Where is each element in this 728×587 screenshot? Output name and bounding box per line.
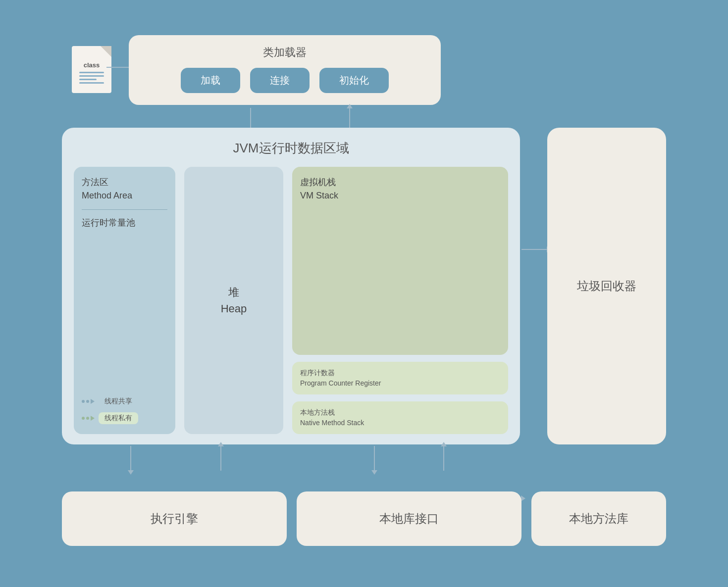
execution-engine-box: 执行引擎 (62, 491, 287, 546)
arrow-exec-to-heap (220, 446, 221, 471)
gc-title: 垃圾回收器 (577, 278, 636, 294)
class-label: class (84, 61, 100, 69)
runtime-pool-label: 运行时常量池 (82, 217, 167, 229)
class-file-shape: class (72, 46, 111, 93)
class-file-lines (79, 72, 104, 84)
arrow-native-to-nativestack (443, 446, 444, 471)
class-file-icon: class (64, 46, 119, 93)
classloader-buttons: 加载 连接 初始化 (141, 68, 429, 93)
heap-area: 堆 Heap (184, 167, 283, 434)
native-method-stack-title: 本地方法栈 Native Method Stack (300, 407, 500, 428)
dot1 (82, 400, 85, 403)
vm-stack-title: 虚拟机栈 VM Stack (300, 176, 500, 202)
right-stack: 虚拟机栈 VM Stack 程序计数器 Program Counter Regi… (292, 167, 508, 434)
arrow-jvm-to-loader (349, 108, 350, 130)
dot4 (86, 417, 89, 420)
jvm-inner: 方法区 Method Area 运行时常量池 线程共享 (74, 167, 508, 434)
native-lib-title: 本地方法库 (569, 511, 628, 527)
jvm-title: JVM运行时数据区域 (74, 140, 508, 157)
bottom-row: 执行引擎 本地库接口 本地方法库 (62, 491, 666, 546)
classloader-link-btn[interactable]: 连接 (250, 68, 310, 93)
legend-area: 线程共享 线程私有 (82, 395, 138, 424)
thread-private-dots (82, 416, 95, 421)
classloader-box: 类加载器 加载 连接 初始化 (129, 35, 441, 105)
line1 (79, 72, 104, 73)
line3 (79, 79, 97, 80)
heap-title: 堆 Heap (221, 284, 247, 317)
dot3 (82, 417, 85, 420)
method-area-title: 方法区 Method Area (82, 176, 167, 202)
thread-shared-item: 线程共享 (82, 395, 138, 407)
arrow-icon (91, 399, 95, 404)
program-counter-box: 程序计数器 Program Counter Register (292, 362, 508, 394)
arrow-vmstack-to-gc (521, 249, 547, 250)
line2 (79, 75, 104, 77)
thread-private-badge: 线程私有 (99, 412, 138, 424)
method-divider (82, 209, 167, 210)
arrow-loader-to-jvm (250, 108, 251, 130)
native-interface-box: 本地库接口 (297, 491, 521, 546)
arrow-vmstack-to-native (374, 446, 375, 471)
classloader-init-btn[interactable]: 初始化 (319, 68, 389, 93)
thread-shared-dots (82, 399, 95, 404)
execution-engine-title: 执行引擎 (151, 511, 198, 527)
main-diagram: class 类加载器 加载 连接 初始化 (52, 31, 676, 556)
native-method-stack-box: 本地方法栈 Native Method Stack (292, 401, 508, 434)
native-lib-box: 本地方法库 (531, 491, 666, 546)
method-area: 方法区 Method Area 运行时常量池 线程共享 (74, 167, 175, 434)
thread-shared-badge: 线程共享 (99, 395, 138, 407)
arrow-methodarea-to-exec (130, 446, 131, 471)
program-counter-title: 程序计数器 Program Counter Register (300, 368, 500, 389)
line4 (79, 82, 104, 84)
gc-box: 垃圾回收器 (547, 128, 666, 444)
classloader-load-btn[interactable]: 加载 (181, 68, 240, 93)
thread-private-item: 线程私有 (82, 412, 138, 424)
arrow-icon-green (91, 416, 95, 421)
native-interface-title: 本地库接口 (379, 511, 439, 527)
dot2 (86, 400, 89, 403)
vm-stack: 虚拟机栈 VM Stack (292, 167, 508, 355)
classloader-title: 类加载器 (141, 45, 429, 60)
jvm-runtime-area: JVM运行时数据区域 方法区 Method Area 运行时常量池 (62, 128, 520, 444)
